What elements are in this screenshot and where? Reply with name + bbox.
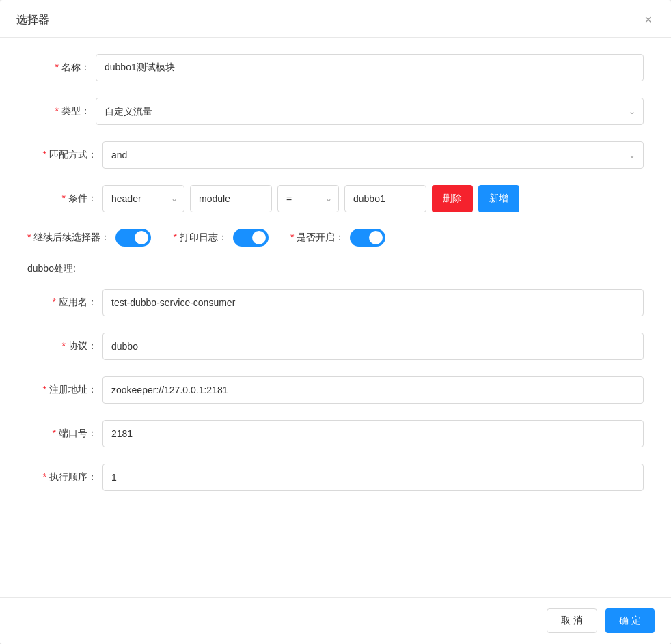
protocol-label: *协议：	[27, 340, 102, 352]
app-name-row: *应用名：	[27, 289, 644, 316]
toggles-group: *打印日志： *是否开启：	[115, 229, 644, 247]
type-select[interactable]: 自定义流量	[96, 98, 644, 125]
dialog-body: *名称： *类型： 自定义流量 ⌄ *匹配方式： and	[0, 38, 671, 644]
add-condition-button[interactable]: 新增	[478, 185, 519, 212]
print-group: *打印日志：	[173, 229, 268, 247]
match-row: *匹配方式： and or ⌄	[27, 141, 644, 169]
name-row: *名称：	[27, 54, 644, 81]
confirm-button[interactable]: 确 定	[605, 608, 655, 633]
print-toggle[interactable]	[233, 229, 269, 247]
dubbo-section-title: dubbo处理:	[27, 263, 644, 275]
order-label: *执行顺序：	[27, 471, 102, 484]
toggles-row: *继续后续选择器： *打印日志：	[27, 229, 644, 247]
app-name-input[interactable]	[102, 289, 644, 316]
type-select-wrapper: 自定义流量 ⌄	[96, 98, 644, 125]
protocol-row: *协议：	[27, 333, 644, 360]
print-slider	[233, 229, 269, 247]
name-input[interactable]	[96, 54, 644, 81]
registry-row: *注册地址：	[27, 376, 644, 404]
condition-controls: header cookie query ⌄ = != ~= ⌄ 删除	[102, 185, 644, 212]
order-input[interactable]	[102, 464, 644, 491]
enable-toggle[interactable]	[350, 229, 385, 247]
dialog: 选择器 × *名称： *类型： 自定义流量 ⌄ *匹配方式：	[0, 0, 671, 644]
name-label: *名称：	[27, 61, 96, 74]
continue-toggle[interactable]	[115, 229, 151, 247]
dialog-header: 选择器 ×	[0, 0, 671, 38]
close-button[interactable]: ×	[642, 11, 655, 29]
match-select-wrapper: and or ⌄	[102, 141, 644, 169]
condition-eq-wrapper: = != ~= ⌄	[277, 185, 339, 212]
cancel-button[interactable]: 取 消	[547, 608, 597, 633]
condition-module-input[interactable]	[190, 185, 272, 212]
port-input[interactable]	[102, 420, 644, 447]
port-row: *端口号：	[27, 420, 644, 447]
name-required: *	[55, 61, 59, 72]
condition-eq-select[interactable]: = != ~=	[277, 185, 339, 212]
app-name-label: *应用名：	[27, 296, 102, 309]
order-row: *执行顺序：	[27, 464, 644, 491]
continue-label-main: *继续后续选择器：	[27, 232, 115, 244]
port-label: *端口号：	[27, 428, 102, 440]
protocol-input[interactable]	[102, 333, 644, 360]
continue-slider	[115, 229, 151, 247]
condition-row: *条件： header cookie query ⌄ = != ~=	[27, 185, 644, 212]
condition-value-input[interactable]	[344, 185, 426, 212]
print-label: *打印日志：	[173, 232, 227, 244]
type-label: *类型：	[27, 105, 96, 117]
registry-input[interactable]	[102, 376, 644, 404]
registry-label: *注册地址：	[27, 384, 102, 396]
type-row: *类型： 自定义流量 ⌄	[27, 98, 644, 125]
enable-label: *是否开启：	[290, 232, 344, 244]
condition-header-select[interactable]: header cookie query	[102, 185, 184, 212]
delete-condition-button[interactable]: 删除	[432, 185, 473, 212]
enable-group: *是否开启：	[290, 229, 385, 247]
match-label: *匹配方式：	[27, 149, 102, 161]
dialog-title: 选择器	[16, 13, 49, 27]
dialog-footer: 取 消 确 定	[0, 597, 671, 644]
condition-header-wrapper: header cookie query ⌄	[102, 185, 184, 212]
match-select[interactable]: and or	[102, 141, 644, 169]
condition-label: *条件：	[27, 193, 102, 205]
enable-slider	[350, 229, 385, 247]
